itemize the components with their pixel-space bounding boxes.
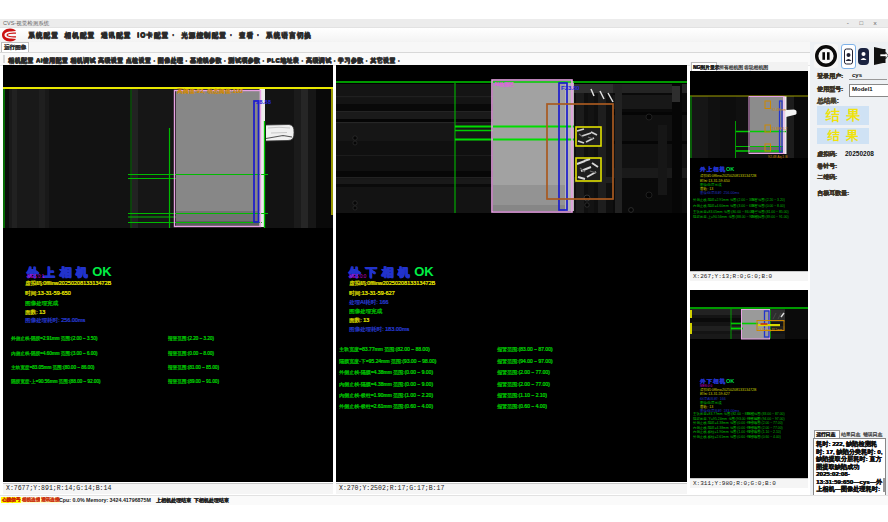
svg-text:92.48 mm: 92.48 mm	[772, 108, 787, 112]
svg-text:23.88 mq.48 5mm: 23.88 mq.48 5mm	[758, 328, 783, 332]
svg-text:92.48 Aq.1 B: 92.48 Aq.1 B	[768, 155, 788, 159]
svg-text:23.88F 5.2: 23.88F 5.2	[772, 127, 787, 131]
